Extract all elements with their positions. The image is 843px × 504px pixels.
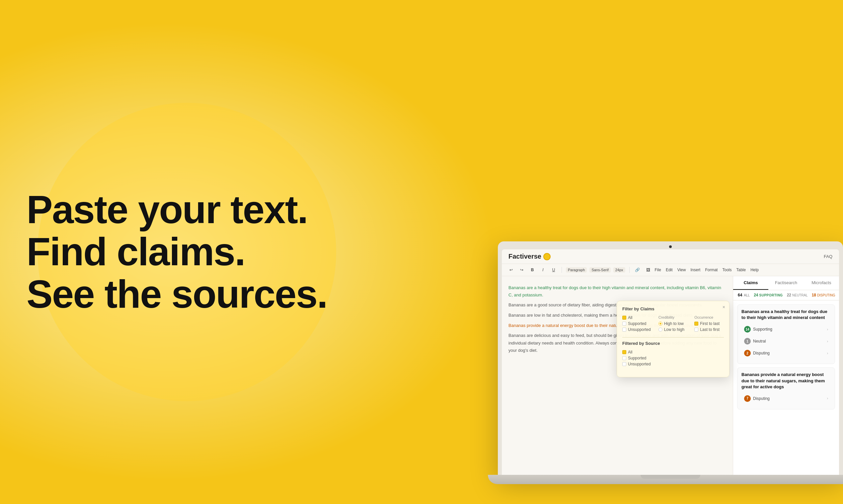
app-logo: Factiverse: [509, 253, 551, 260]
chevron-icon-3: ›: [827, 352, 828, 355]
redo-button[interactable]: ↪: [518, 266, 526, 274]
editor-paragraph-1: Bananas are a healthy treat for dogs due…: [509, 284, 726, 299]
laptop-base: [488, 475, 843, 484]
stat-disputing: 18 DISPUTING: [812, 293, 836, 298]
filter-source-section: All Supported Unsupported: [622, 350, 724, 368]
link-button[interactable]: 🔗: [634, 266, 641, 274]
first-to-last-checkbox[interactable]: [694, 322, 698, 326]
menu-view[interactable]: View: [677, 268, 686, 272]
filter-supported-checkbox[interactable]: [622, 322, 626, 326]
low-to-high-label: Low to high: [664, 327, 684, 332]
bold-button[interactable]: B: [528, 266, 536, 274]
filter-low-to-high[interactable]: Low to high: [658, 327, 688, 332]
italic-button[interactable]: I: [539, 266, 547, 274]
paragraph-select[interactable]: Paragraph: [566, 267, 587, 273]
filter-high-to-low[interactable]: High to low: [658, 321, 688, 326]
app-toolbar: ↩ ↪ B I U Paragraph Sans-Serif 24px 🔗 🖼 …: [502, 264, 839, 276]
stat-neutral-count: 22: [787, 293, 791, 298]
image-button[interactable]: 🖼: [644, 266, 652, 274]
claims-list: Bananas area a healthy treat for dogs du…: [733, 301, 839, 475]
panel-stats: 64 ALL 24 SUPPORTING 22 NEUTRAL 18: [733, 290, 839, 301]
stat-supporting: 24 SUPPORTING: [754, 293, 782, 298]
tab-claims[interactable]: Claims: [733, 276, 768, 290]
toolbar-menu: File Edit View Insert Format Tools Table…: [655, 268, 759, 272]
stat-supporting-label: SUPPORTING: [759, 293, 783, 297]
filter-close-button[interactable]: ×: [723, 304, 725, 310]
menu-edit[interactable]: Edit: [666, 268, 673, 272]
panel-tabs: Claims Factisearch Microfacts: [733, 276, 839, 290]
stat-disputing-label: DISPUTING: [817, 293, 835, 297]
source-unsupported-checkbox[interactable]: [622, 362, 626, 366]
source-unsupported-label: Unsupported: [628, 362, 651, 366]
stat-all: 64 ALL: [738, 293, 750, 298]
logo-text: Factiverse: [509, 253, 541, 260]
claim-title-2: Bananas provide a natural energy boost d…: [741, 372, 831, 390]
evidence-row-neutral[interactable]: 1 Neutral ›: [741, 336, 831, 346]
menu-tools[interactable]: Tools: [722, 268, 732, 272]
disputing-label-2: Disputing: [753, 396, 827, 401]
hero-line-3: See the sources.: [27, 272, 327, 316]
disputing-badge: 2: [744, 350, 751, 357]
filter-all-checkbox[interactable]: [622, 316, 626, 320]
evidence-row-supporting[interactable]: 14 Supporting ›: [741, 324, 831, 335]
high-to-low-radio[interactable]: [658, 322, 663, 326]
right-panel: Claims Factisearch Microfacts 64 ALL 24 …: [733, 276, 839, 475]
disputing-badge-2: 7: [744, 395, 751, 402]
filter-source-col: All Supported Unsupported: [622, 350, 724, 368]
filter-all-label: All: [628, 315, 632, 320]
filter-source-supported[interactable]: Supported: [622, 356, 724, 360]
font-select[interactable]: Sans-Serif: [589, 267, 610, 273]
first-to-last-label: First to last: [700, 321, 720, 326]
hero-line-2: Find claims.: [27, 230, 245, 273]
claim-title-1: Bananas area a healthy treat for dogs du…: [741, 309, 831, 321]
undo-button[interactable]: ↩: [507, 266, 515, 274]
filter-source-title: Filtered by Source: [622, 341, 724, 346]
claim-card-2[interactable]: Bananas provide a natural energy boost d…: [737, 367, 835, 410]
hero-line-1: Paste your text.: [27, 188, 308, 231]
menu-table[interactable]: Table: [736, 268, 746, 272]
evidence-row-disputing[interactable]: 2 Disputing ›: [741, 348, 831, 358]
last-to-first-label: Last to first: [700, 327, 720, 332]
source-all-checkbox[interactable]: [622, 350, 626, 354]
chevron-icon: ›: [827, 328, 828, 331]
filter-supported-option[interactable]: Supported: [622, 321, 652, 326]
supporting-label: Supporting: [753, 327, 827, 331]
stat-neutral-label: NEUTRAL: [792, 293, 808, 297]
filter-separator: [622, 337, 724, 338]
neutral-label: Neutral: [753, 339, 827, 343]
source-supported-label: Supported: [628, 356, 646, 360]
menu-insert[interactable]: Insert: [690, 268, 700, 272]
menu-format[interactable]: Format: [705, 268, 718, 272]
menu-help[interactable]: Help: [751, 268, 759, 272]
laptop: Factiverse FAQ ↩ ↪ B I U Paragraph Sans-…: [488, 241, 843, 484]
app-header: Factiverse FAQ: [502, 249, 839, 264]
filter-first-to-last[interactable]: First to last: [694, 321, 724, 326]
source-supported-checkbox[interactable]: [622, 356, 626, 360]
claim-card-1[interactable]: Bananas area a healthy treat for dogs du…: [737, 304, 835, 364]
tab-factisearch[interactable]: Factisearch: [768, 276, 804, 290]
filter-unsupported-checkbox[interactable]: [622, 328, 626, 331]
camera-dot: [669, 245, 672, 248]
stat-supporting-count: 24: [754, 293, 758, 298]
filter-all-option[interactable]: All: [622, 315, 652, 320]
nav-faq[interactable]: FAQ: [824, 254, 832, 259]
filter-last-to-first[interactable]: Last to first: [694, 327, 724, 332]
stat-neutral: 22 NEUTRAL: [787, 293, 808, 298]
laptop-screen-outer: Factiverse FAQ ↩ ↪ B I U Paragraph Sans-…: [498, 241, 843, 475]
evidence-row-disputing-2[interactable]: 7 Disputing ›: [741, 393, 831, 404]
size-select[interactable]: 24px: [613, 267, 625, 273]
credibility-title: Credibility: [658, 315, 688, 319]
filter-claims-col: All Supported Unsupported: [622, 315, 652, 333]
filter-source-all[interactable]: All: [622, 350, 724, 355]
neutral-badge: 1: [744, 338, 751, 344]
filter-popup-title: Filter by Claims: [622, 306, 724, 311]
tab-microfacts[interactable]: Microfacts: [804, 276, 839, 290]
menu-file[interactable]: File: [655, 268, 661, 272]
filter-unsupported-option[interactable]: Unsupported: [622, 327, 652, 332]
low-to-high-radio[interactable]: [658, 328, 663, 331]
filter-source-unsupported[interactable]: Unsupported: [622, 362, 724, 366]
last-to-first-checkbox[interactable]: [694, 328, 698, 331]
underline-button[interactable]: U: [550, 266, 557, 274]
filter-supported-label: Supported: [628, 321, 646, 326]
toolbar-separator-1: [562, 267, 562, 273]
